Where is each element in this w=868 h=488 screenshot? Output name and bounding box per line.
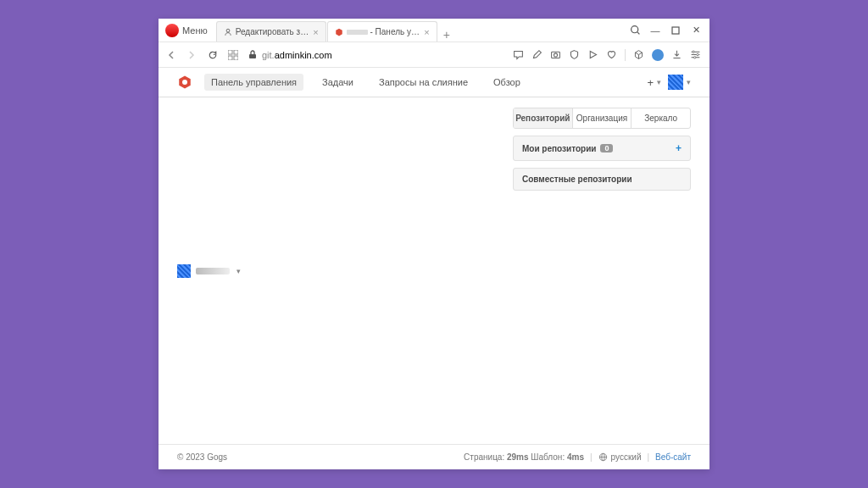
lock-icon — [248, 50, 257, 59]
chevron-down-icon: ▾ — [236, 267, 241, 275]
gogs-logo-icon[interactable] — [177, 75, 192, 90]
user-breadcrumb[interactable]: ▾ — [177, 108, 241, 434]
main-content: ▾ Репозиторий Организация Зеркало Мои ре… — [159, 97, 709, 444]
user-avatar-icon — [668, 75, 683, 90]
svg-line-2 — [637, 32, 638, 34]
camera-icon[interactable] — [550, 49, 561, 60]
tab-title: - Панель управл — [347, 27, 421, 36]
separator — [625, 49, 626, 61]
svg-rect-3 — [672, 27, 679, 34]
svg-point-1 — [631, 26, 637, 33]
svg-point-10 — [554, 53, 557, 57]
globe-icon — [598, 452, 608, 462]
refresh-button[interactable] — [208, 50, 220, 60]
maximize-button[interactable] — [667, 22, 684, 39]
app-nav: Панель управления Задачи Запросы на слия… — [159, 68, 709, 97]
tab-title: Редактировать запись "У... — [236, 27, 310, 36]
repo-count-badge: 0 — [600, 144, 613, 152]
window-controls: — ✕ — [626, 22, 709, 39]
user-menu[interactable]: ▾ — [668, 75, 691, 90]
svg-rect-8 — [249, 54, 256, 58]
svg-point-15 — [697, 53, 698, 55]
gogs-icon — [335, 28, 343, 36]
svg-point-14 — [693, 51, 694, 53]
nav-issues[interactable]: Задачи — [315, 74, 360, 91]
panel-title: Совместные репозитории — [522, 175, 632, 184]
user-avatar-icon — [177, 264, 191, 278]
browser-window: Меню Редактировать запись "У... × - Пане… — [159, 19, 709, 469]
url-box[interactable]: git.adminkin.com — [248, 50, 332, 60]
forward-button[interactable] — [187, 51, 199, 59]
nav-dashboard[interactable]: Панель управления — [204, 74, 303, 91]
opera-logo-icon[interactable] — [165, 24, 179, 37]
browser-tabs: Редактировать запись "У... × - Панель уп… — [216, 19, 455, 42]
nav-explore[interactable]: Обзор — [487, 74, 527, 91]
download-icon[interactable] — [671, 49, 682, 60]
close-button[interactable]: ✕ — [687, 22, 704, 39]
separator: | — [590, 452, 593, 462]
tab-repository[interactable]: Репозиторий — [514, 108, 573, 128]
person-icon — [224, 28, 232, 36]
browser-tab[interactable]: - Панель управл × — [327, 21, 437, 42]
close-icon[interactable]: × — [313, 27, 318, 37]
collab-repos-panel: Совместные репозитории — [513, 168, 691, 191]
profile-icon[interactable] — [652, 49, 664, 61]
svg-rect-4 — [228, 50, 232, 54]
heart-icon[interactable] — [606, 49, 617, 60]
create-dropdown[interactable]: +▾ — [647, 76, 661, 89]
shield-icon[interactable] — [569, 49, 580, 60]
copyright: © 2023 Gogs — [177, 452, 227, 462]
repo-tabs: Репозиторий Организация Зеркало — [513, 108, 691, 129]
svg-point-16 — [693, 57, 695, 58]
svg-rect-7 — [234, 56, 238, 60]
url-text: git.adminkin.com — [262, 50, 332, 60]
back-button[interactable] — [167, 51, 179, 59]
page-time-label: Страница: 29ms Шаблон: 4ms — [464, 452, 584, 462]
minimize-button[interactable]: — — [647, 22, 664, 39]
cube-icon[interactable] — [633, 49, 644, 60]
menu-label[interactable]: Меню — [182, 25, 208, 36]
footer: © 2023 Gogs Страница: 29ms Шаблон: 4ms |… — [159, 444, 709, 469]
add-repo-button[interactable]: + — [676, 142, 682, 154]
tab-mirror[interactable]: Зеркало — [632, 108, 690, 128]
language-selector[interactable]: русский — [611, 452, 642, 462]
speed-dial-icon[interactable] — [228, 50, 240, 60]
search-icon[interactable] — [626, 22, 643, 39]
my-repos-panel: Мои репозитории 0 + — [513, 136, 691, 161]
titlebar: Меню Редактировать запись "У... × - Пане… — [159, 19, 709, 42]
browser-tab[interactable]: Редактировать запись "У... × — [216, 21, 326, 42]
tab-organization[interactable]: Организация — [573, 108, 632, 128]
new-tab-button[interactable]: + — [438, 28, 455, 42]
svg-point-17 — [182, 80, 187, 85]
toolbar-icons — [513, 49, 701, 61]
separator: | — [647, 452, 649, 462]
play-icon[interactable] — [587, 49, 598, 60]
chat-icon[interactable] — [513, 49, 524, 60]
right-panel: Репозиторий Организация Зеркало Мои репо… — [513, 108, 691, 434]
address-bar: git.adminkin.com — [159, 42, 709, 68]
settings-icon[interactable] — [690, 49, 701, 60]
panel-title: Мои репозитории — [522, 144, 596, 153]
svg-rect-5 — [234, 50, 238, 54]
username-masked — [196, 268, 230, 274]
edit-icon[interactable] — [531, 49, 542, 60]
svg-rect-6 — [228, 56, 232, 60]
svg-point-0 — [226, 29, 230, 32]
close-icon[interactable]: × — [424, 27, 429, 37]
nav-pulls[interactable]: Запросы на слияние — [372, 74, 475, 91]
website-link[interactable]: Веб-сайт — [655, 452, 691, 462]
